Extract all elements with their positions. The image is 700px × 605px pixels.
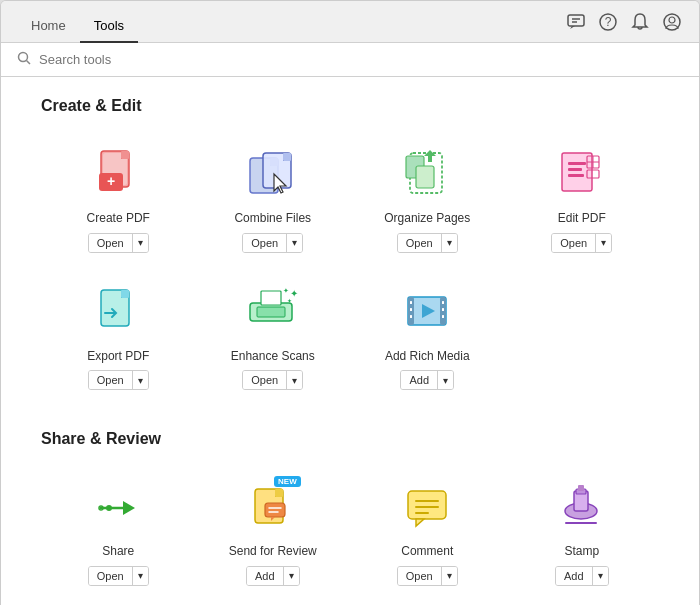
stamp-btn-wrap: Add ▾	[555, 566, 609, 586]
organize-pages-dropdown-btn[interactable]: ▾	[442, 234, 457, 252]
section-title-share-review: Share & Review	[41, 430, 659, 448]
organize-pages-open-btn[interactable]: Open	[398, 234, 442, 252]
tool-enhance-scans[interactable]: ✦ ✦ ✦ Enhance Scans Open ▾	[196, 273, 351, 401]
organize-pages-label: Organize Pages	[384, 211, 470, 227]
chat-icon[interactable]	[565, 11, 587, 33]
share-review-grid: Share Open ▾ NEW	[41, 468, 659, 596]
tab-home[interactable]: Home	[17, 10, 80, 43]
enhance-scans-open-btn[interactable]: Open	[243, 371, 287, 389]
share-dropdown-btn[interactable]: ▾	[133, 567, 148, 585]
stamp-label: Stamp	[564, 544, 599, 560]
svg-rect-54	[265, 503, 285, 517]
stamp-add-btn[interactable]: Add	[556, 567, 593, 585]
svg-rect-58	[408, 491, 446, 519]
svg-text:✦: ✦	[287, 298, 292, 304]
svg-rect-31	[121, 290, 129, 298]
comment-label: Comment	[401, 544, 453, 560]
svg-rect-17	[283, 153, 291, 161]
export-pdf-btn-wrap: Open ▾	[88, 370, 149, 390]
enhance-scans-icon: ✦ ✦ ✦	[243, 283, 303, 343]
svg-rect-0	[568, 15, 584, 26]
tool-create-pdf[interactable]: + Create PDF Open ▾	[41, 135, 196, 263]
svg-marker-49	[123, 501, 135, 515]
main-content: Create & Edit + Create PDF Open	[1, 77, 699, 605]
header: Home Tools ?	[1, 1, 699, 43]
svg-line-8	[27, 61, 31, 65]
create-pdf-label: Create PDF	[87, 211, 150, 227]
svg-point-7	[19, 53, 28, 62]
svg-rect-25	[568, 174, 584, 177]
header-icons: ?	[565, 11, 683, 33]
bell-icon[interactable]	[629, 11, 651, 33]
create-pdf-open-btn[interactable]: Open	[89, 234, 133, 252]
stamp-dropdown-btn[interactable]: ▾	[593, 567, 608, 585]
svg-rect-34	[261, 291, 281, 305]
share-btn-wrap: Open ▾	[88, 566, 149, 586]
share-label: Share	[102, 544, 134, 560]
svg-text:?: ?	[605, 15, 612, 29]
export-pdf-icon	[88, 283, 148, 343]
svg-rect-24	[568, 168, 582, 171]
enhance-scans-btn-wrap: Open ▾	[242, 370, 303, 390]
svg-rect-21	[416, 166, 434, 188]
svg-rect-41	[410, 301, 412, 304]
svg-rect-33	[257, 307, 285, 317]
add-rich-media-add-btn[interactable]: Add	[401, 371, 438, 389]
svg-rect-66	[578, 485, 584, 491]
edit-pdf-open-btn[interactable]: Open	[552, 234, 596, 252]
combine-files-label: Combine Files	[234, 211, 311, 227]
enhance-scans-dropdown-btn[interactable]: ▾	[287, 371, 302, 389]
send-for-review-add-btn[interactable]: Add	[247, 567, 284, 585]
svg-text:✦: ✦	[283, 287, 289, 294]
search-input[interactable]	[39, 52, 683, 67]
section-title-create-edit: Create & Edit	[41, 97, 659, 115]
enhance-scans-label: Enhance Scans	[231, 349, 315, 365]
organize-pages-icon	[397, 145, 457, 205]
add-rich-media-icon	[397, 283, 457, 343]
edit-pdf-icon	[552, 145, 612, 205]
tool-organize-pages[interactable]: Organize Pages Open ▾	[350, 135, 505, 263]
tool-send-for-review[interactable]: NEW Send for Review Add	[196, 468, 351, 596]
tool-edit-pdf[interactable]: Edit PDF Open ▾	[505, 135, 660, 263]
export-pdf-label: Export PDF	[87, 349, 149, 365]
combine-files-dropdown-btn[interactable]: ▾	[287, 234, 302, 252]
svg-rect-53	[275, 489, 283, 497]
create-pdf-icon: +	[88, 145, 148, 205]
help-icon[interactable]: ?	[597, 11, 619, 33]
comment-btn-wrap: Open ▾	[397, 566, 458, 586]
create-edit-grid: + Create PDF Open ▾	[41, 135, 659, 400]
export-pdf-open-btn[interactable]: Open	[89, 371, 133, 389]
create-pdf-dropdown-btn[interactable]: ▾	[133, 234, 148, 252]
tool-combine-files[interactable]: Combine Files Open ▾	[196, 135, 351, 263]
export-pdf-dropdown-btn[interactable]: ▾	[133, 371, 148, 389]
svg-rect-45	[442, 308, 444, 311]
svg-text:+: +	[107, 173, 115, 189]
share-icon	[88, 478, 148, 538]
edit-pdf-dropdown-btn[interactable]: ▾	[596, 234, 611, 252]
tool-export-pdf[interactable]: Export PDF Open ▾	[41, 273, 196, 401]
tool-stamp[interactable]: Stamp Add ▾	[505, 468, 660, 596]
user-icon[interactable]	[661, 11, 683, 33]
add-rich-media-label: Add Rich Media	[385, 349, 470, 365]
comment-open-btn[interactable]: Open	[398, 567, 442, 585]
svg-rect-11	[121, 151, 129, 159]
tool-add-rich-media[interactable]: Add Rich Media Add ▾	[350, 273, 505, 401]
svg-marker-59	[416, 519, 424, 526]
comment-dropdown-btn[interactable]: ▾	[442, 567, 457, 585]
svg-rect-23	[568, 162, 586, 165]
svg-rect-43	[410, 315, 412, 318]
combine-files-open-btn[interactable]: Open	[243, 234, 287, 252]
edit-pdf-btn-wrap: Open ▾	[551, 233, 612, 253]
search-icon	[17, 51, 31, 68]
send-for-review-dropdown-btn[interactable]: ▾	[284, 567, 299, 585]
create-pdf-btn-wrap: Open ▾	[88, 233, 149, 253]
svg-rect-46	[442, 315, 444, 318]
add-rich-media-dropdown-btn[interactable]: ▾	[438, 371, 453, 389]
add-rich-media-btn-wrap: Add ▾	[400, 370, 454, 390]
edit-pdf-label: Edit PDF	[558, 211, 606, 227]
share-open-btn[interactable]: Open	[89, 567, 133, 585]
tab-tools[interactable]: Tools	[80, 10, 138, 43]
send-for-review-icon: NEW	[243, 478, 303, 538]
tool-share[interactable]: Share Open ▾	[41, 468, 196, 596]
tool-comment[interactable]: Comment Open ▾	[350, 468, 505, 596]
